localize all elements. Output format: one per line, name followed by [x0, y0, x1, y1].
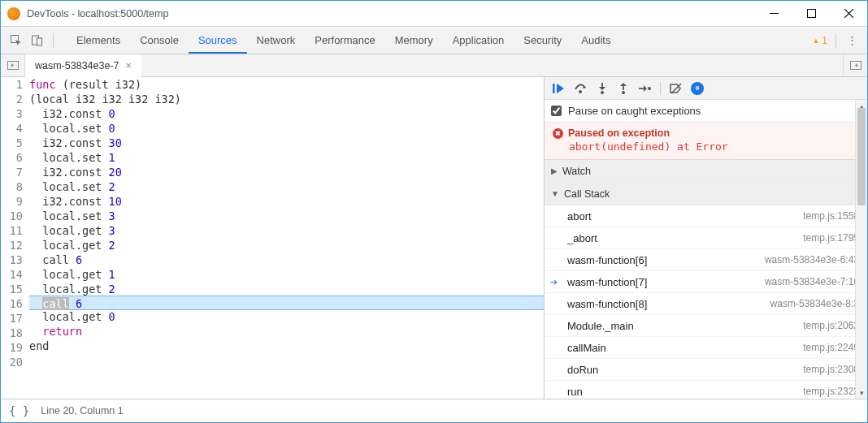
sidebar-scrollbar[interactable]: ▴ ▾: [855, 100, 867, 399]
window-title: DevTools - localhost:5000/temp: [27, 8, 755, 19]
window-titlebar: DevTools - localhost:5000/temp: [1, 1, 867, 27]
debugger-toolbar: II: [545, 77, 867, 100]
devtools-icon: [7, 7, 20, 20]
callstack-frame[interactable]: wasm-function[8]wasm-53834e3e-8:3: [545, 293, 867, 315]
svg-rect-0: [807, 10, 815, 18]
resume-button[interactable]: [551, 80, 569, 97]
svg-rect-3: [37, 38, 42, 45]
paused-message: Paused on exception abort(undefined) at …: [545, 123, 867, 160]
callstack-frame[interactable]: wasm-function[6]wasm-53834e3e-6:43: [545, 249, 867, 271]
svg-point-10: [648, 87, 651, 90]
panel-tab-memory[interactable]: Memory: [385, 28, 443, 54]
close-tab-icon[interactable]: ×: [126, 60, 132, 71]
code-line[interactable]: local.get 1: [29, 267, 544, 282]
panel-tab-console[interactable]: Console: [130, 28, 189, 54]
callstack-frame[interactable]: runtemp.js:2323: [545, 381, 867, 399]
callstack-frame[interactable]: doRuntemp.js:2308: [545, 359, 867, 381]
code-line[interactable]: call 6: [29, 253, 544, 267]
main-toolbar: ElementsConsoleSourcesNetworkPerformance…: [1, 27, 867, 54]
code-line[interactable]: i32.const 20: [29, 165, 544, 179]
pause-on-caught-label: Pause on caught exceptions: [568, 105, 701, 117]
code-line[interactable]: local.set 1: [29, 150, 544, 165]
svg-point-8: [601, 91, 604, 94]
scroll-down-icon[interactable]: ▾: [856, 386, 867, 399]
file-tab[interactable]: wasm-53834e3e-7 ×: [25, 54, 141, 77]
window-buttons: [755, 1, 867, 26]
svg-point-7: [579, 90, 582, 93]
panel-tab-audits[interactable]: Audits: [571, 28, 620, 54]
step-out-button[interactable]: [614, 80, 632, 97]
code-line[interactable]: i32.const 30: [29, 136, 544, 150]
debugger-sidebar: II Pause on caught exceptions Paused on …: [545, 77, 867, 399]
show-navigator-icon[interactable]: [1, 54, 25, 76]
maximize-button[interactable]: [792, 1, 830, 26]
pause-on-exceptions-button[interactable]: II: [688, 80, 706, 97]
scrollbar-thumb[interactable]: [857, 108, 866, 205]
deactivate-breakpoints-button[interactable]: [667, 80, 685, 97]
paused-title: Paused on exception: [553, 127, 859, 139]
step-into-button[interactable]: [593, 80, 611, 97]
code-line[interactable]: i32.const 10: [29, 194, 544, 209]
editor-tabstrip: wasm-53834e3e-7 ×: [1, 54, 867, 77]
code-line[interactable]: local.get 2: [29, 282, 544, 296]
step-over-button[interactable]: [572, 80, 590, 97]
code-editor[interactable]: 1234567891011121314151617181920 func (re…: [1, 77, 544, 399]
minimize-button[interactable]: [755, 1, 792, 26]
pause-on-caught-checkbox-row: Pause on caught exceptions: [545, 100, 867, 123]
code-lines: func (result i32)(local i32 i32 i32 i32)…: [29, 77, 544, 399]
callstack-list: aborttemp.js:1558_aborttemp.js:1795wasm-…: [545, 205, 867, 399]
code-line[interactable]: (local i32 i32 i32 i32): [29, 92, 544, 106]
code-line[interactable]: local.get 2: [29, 238, 544, 253]
code-line[interactable]: func (result i32): [29, 77, 544, 92]
pause-on-caught-checkbox[interactable]: [551, 106, 562, 116]
editor-pane: 1234567891011121314151617181920 func (re…: [1, 77, 545, 399]
svg-rect-6: [553, 84, 555, 93]
debugger-body: Pause on caught exceptions Paused on exc…: [545, 100, 867, 399]
line-gutter: 1234567891011121314151617181920: [1, 77, 29, 399]
code-line[interactable]: call 6: [29, 296, 544, 310]
code-line[interactable]: [29, 353, 544, 368]
svg-point-9: [622, 91, 625, 94]
code-line[interactable]: local.set 0: [29, 121, 544, 136]
code-line[interactable]: local.get 3: [29, 223, 544, 238]
code-line[interactable]: local.set 3: [29, 209, 544, 223]
callstack-section-header[interactable]: ▼Call Stack: [545, 183, 867, 205]
panel-tab-elements[interactable]: Elements: [67, 28, 130, 54]
code-line[interactable]: local.set 2: [29, 179, 544, 194]
callstack-frame[interactable]: wasm-function[7]wasm-53834e3e-7:16: [545, 271, 867, 293]
callstack-frame[interactable]: Module._maintemp.js:2062: [545, 315, 867, 337]
cursor-position: Line 20, Column 1: [41, 405, 123, 417]
panel-tab-performance[interactable]: Performance: [305, 28, 384, 54]
callstack-frame[interactable]: aborttemp.js:1558: [545, 205, 867, 227]
paused-detail: abort(undefined) at Error: [569, 140, 859, 153]
panel-tab-sources[interactable]: Sources: [189, 28, 247, 54]
panel-tab-security[interactable]: Security: [514, 28, 571, 54]
device-toolbar-icon[interactable]: [27, 30, 48, 51]
panel-tab-application[interactable]: Application: [443, 28, 514, 54]
callstack-frame[interactable]: callMaintemp.js:2249: [545, 337, 867, 359]
close-button[interactable]: [830, 1, 867, 26]
inspect-element-icon[interactable]: [6, 30, 27, 51]
toggle-panel-icon[interactable]: [843, 54, 867, 76]
code-line[interactable]: i32.const 0: [29, 106, 544, 121]
step-button[interactable]: [636, 80, 653, 97]
callstack-frame[interactable]: _aborttemp.js:1795: [545, 227, 867, 249]
code-line[interactable]: return: [29, 324, 544, 339]
more-menu-icon[interactable]: ⋮: [841, 30, 862, 51]
panel-tab-network[interactable]: Network: [247, 28, 306, 54]
code-line[interactable]: local.get 0: [29, 309, 544, 324]
pretty-print-icon[interactable]: { }: [9, 404, 29, 417]
warning-count[interactable]: 1: [812, 35, 827, 46]
watch-section-header[interactable]: ▶Watch: [545, 160, 867, 183]
code-line[interactable]: end: [29, 339, 544, 353]
status-bar: { } Line 20, Column 1: [1, 399, 867, 421]
file-tab-name: wasm-53834e3e-7: [35, 60, 119, 71]
panel-tabs: ElementsConsoleSourcesNetworkPerformance…: [67, 28, 812, 54]
